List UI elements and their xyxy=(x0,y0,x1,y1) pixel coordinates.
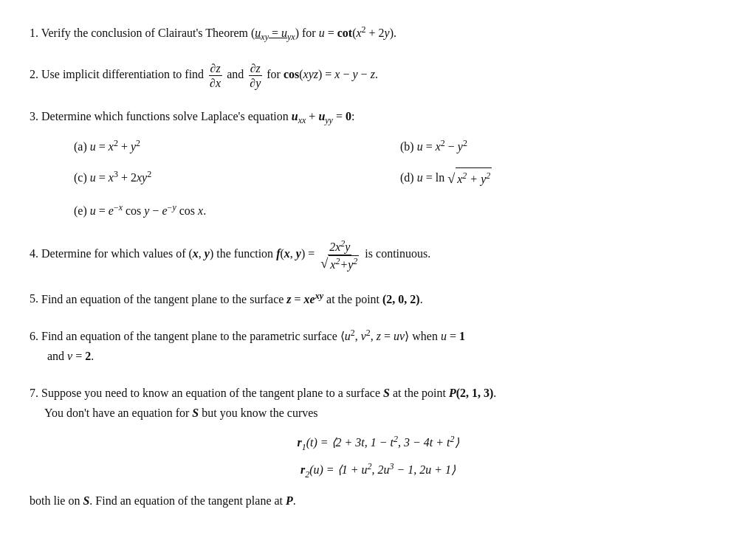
problem-6: 6. Find an equation of the tangent plane… xyxy=(30,325,726,367)
problem-7: 7. Suppose you need to know an equation … xyxy=(30,383,726,511)
problem-3-statement: 3. Determine which functions solve Lapla… xyxy=(30,106,726,128)
problem-1-text: Verify the conclusion of Clairaut's Theo… xyxy=(41,27,396,39)
subproblem-3a: (a) u = x2 + y2 xyxy=(74,136,400,158)
problem-5-text: Find an equation of the tangent plane to… xyxy=(41,293,423,305)
subproblem-3c: (c) u = x3 + 2xy2 xyxy=(74,167,400,191)
problem-1: 1. Verify the conclusion of Clairaut's T… xyxy=(30,22,726,45)
subproblem-3e: (e) u = e−x cos y − e−y cos x. xyxy=(74,200,400,222)
problem-2-number: 2. xyxy=(30,68,41,80)
problem-4: 4. Determine for which values of (x, y) … xyxy=(30,238,726,272)
curve-r2: r2(u) = ⟨1 + u2, 2u3 − 1, 2u + 1⟩ xyxy=(30,459,726,482)
problem-2: 2. Use implicit differentiation to find … xyxy=(30,61,726,90)
problem-1-number: 1. xyxy=(30,27,41,39)
problem-2-text: Use implicit differentiation to find ∂z … xyxy=(41,68,378,80)
subproblem-3b: (b) u = x2 − y2 xyxy=(400,136,726,158)
problem-4-number: 4. xyxy=(30,247,41,260)
problem-5: 5. Find an equation of the tangent plane… xyxy=(30,288,726,309)
problem-6-text: Find an equation of the tangent plane to… xyxy=(30,330,465,362)
problem-4-text: Determine for which values of (x, y) the… xyxy=(41,247,430,260)
problem-6-continuation: and v = 2. xyxy=(47,350,94,362)
problem-3-subproblems: (a) u = x2 + y2 (b) u = x2 − y2 (c) u = … xyxy=(74,136,726,222)
problem-7-curves: r1(t) = ⟨2 + 3t, 1 − t2, 3 − 4t + t2⟩ r2… xyxy=(30,432,726,482)
subproblem-3d: (d) u = ln √ x2 + y2 xyxy=(400,167,726,191)
problem-5-number: 5. xyxy=(30,293,41,305)
problem-7-statement: 7. Suppose you need to know an equation … xyxy=(30,383,726,423)
problem-3: 3. Determine which functions solve Lapla… xyxy=(30,106,726,222)
problem-6-number: 6. xyxy=(30,330,41,342)
curve-r1: r1(t) = ⟨2 + 3t, 1 − t2, 3 − 4t + t2⟩ xyxy=(30,432,726,454)
problem-7-conclusion: both lie on S. Find an equation of the t… xyxy=(30,491,726,511)
